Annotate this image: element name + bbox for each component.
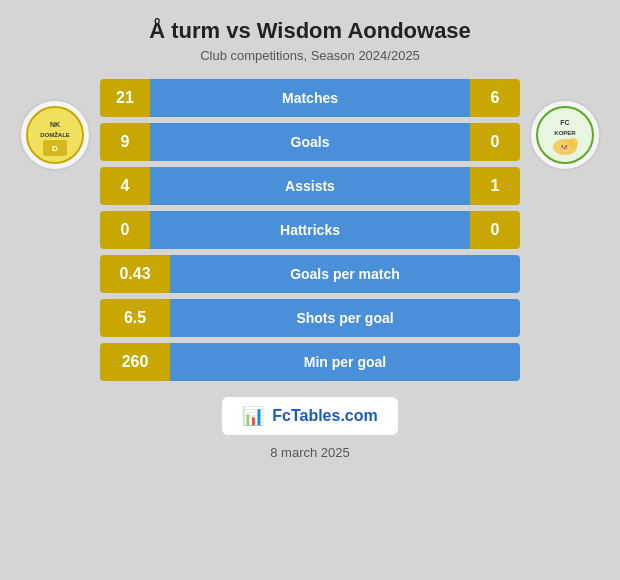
svg-text:🐕: 🐕 <box>561 144 570 153</box>
single-left-val-6: 260 <box>100 343 170 381</box>
svg-text:D: D <box>52 144 58 153</box>
stat-row-single-min-per-goal: 260 Min per goal <box>100 343 520 381</box>
footer-date: 8 march 2025 <box>270 445 350 460</box>
svg-text:DOMŽALE: DOMŽALE <box>40 131 70 138</box>
right-val-2: 1 <box>470 167 520 205</box>
left-team-logo: NK DOMŽALE D <box>10 79 100 171</box>
stat-label-1: Goals <box>150 123 470 161</box>
footer-logo: 📊 FcTables.com <box>222 397 398 435</box>
stat-label-2: Assists <box>150 167 470 205</box>
left-val-3: 0 <box>100 211 150 249</box>
footer-logo-text: FcTables.com <box>272 407 378 425</box>
left-val-2: 4 <box>100 167 150 205</box>
subtitle: Club competitions, Season 2024/2025 <box>20 48 600 63</box>
left-val-1: 9 <box>100 123 150 161</box>
single-stat-label-6: Min per goal <box>170 343 520 381</box>
stat-row-hattricks: 0 Hattricks 0 <box>100 211 520 249</box>
stat-row-single-goals-per-match: 0.43 Goals per match <box>100 255 520 293</box>
stat-label-3: Hattricks <box>150 211 470 249</box>
stats-table: 21 Matches 6 9 Goals 0 4 Assists 1 0 Hat… <box>100 79 520 381</box>
title-section: Å turm vs Wisdom Aondowase Club competit… <box>0 0 620 69</box>
right-val-3: 0 <box>470 211 520 249</box>
svg-text:NK: NK <box>50 121 60 128</box>
right-val-0: 6 <box>470 79 520 117</box>
domzale-logo: NK DOMŽALE D <box>19 99 91 171</box>
stat-row-single-shots-per-goal: 6.5 Shots per goal <box>100 299 520 337</box>
page-wrapper: Å turm vs Wisdom Aondowase Club competit… <box>0 0 620 580</box>
stat-row-goals: 9 Goals 0 <box>100 123 520 161</box>
main-title: Å turm vs Wisdom Aondowase <box>20 18 600 44</box>
koper-logo: FC KOPER 🐕 <box>529 99 601 171</box>
svg-text:KOPER: KOPER <box>554 130 576 136</box>
right-team-logo: FC KOPER 🐕 <box>520 79 610 171</box>
left-val-0: 21 <box>100 79 150 117</box>
svg-text:FC: FC <box>560 119 569 126</box>
chart-icon: 📊 <box>242 405 264 427</box>
stat-row-assists: 4 Assists 1 <box>100 167 520 205</box>
single-stat-label-5: Shots per goal <box>170 299 520 337</box>
stat-row-matches: 21 Matches 6 <box>100 79 520 117</box>
single-left-val-5: 6.5 <box>100 299 170 337</box>
svg-point-9 <box>568 138 578 148</box>
stat-label-0: Matches <box>150 79 470 117</box>
single-stat-label-4: Goals per match <box>170 255 520 293</box>
single-left-val-4: 0.43 <box>100 255 170 293</box>
right-val-1: 0 <box>470 123 520 161</box>
content-area: NK DOMŽALE D 21 Matches 6 9 Goals 0 4 As… <box>0 69 620 381</box>
